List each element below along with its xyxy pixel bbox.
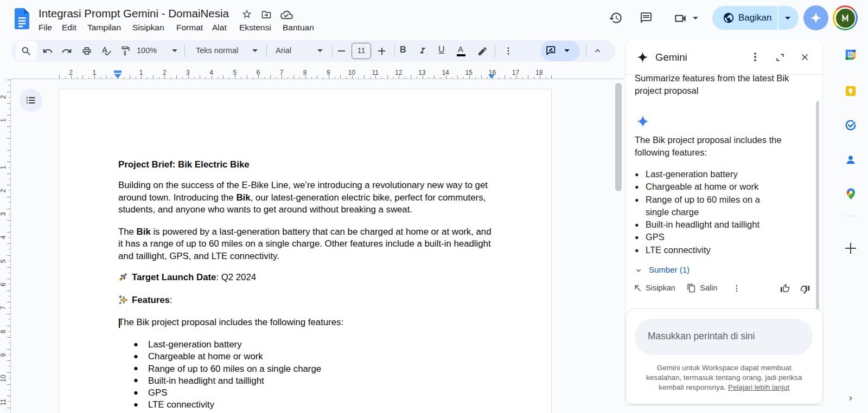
svg-text:31: 31 (848, 53, 853, 57)
